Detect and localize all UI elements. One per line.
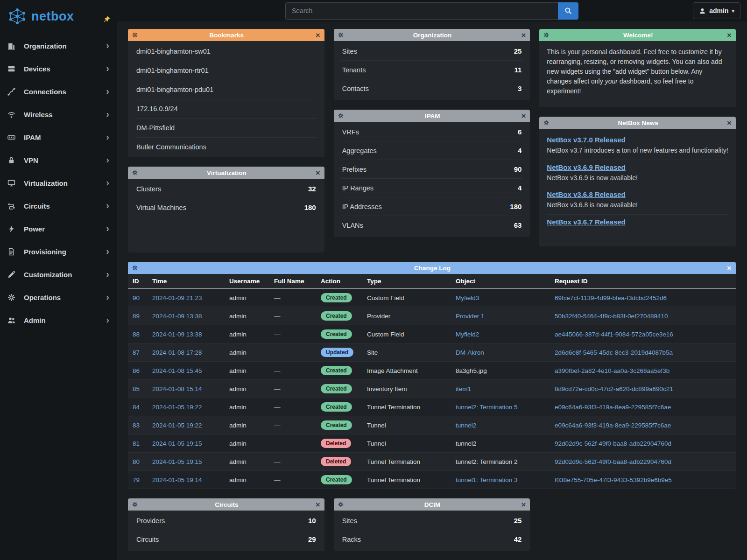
changelog-request-id-link[interactable]: 92d02d9c-562f-49f0-baa8-adb22904760d (555, 440, 671, 447)
changelog-time-link[interactable]: 2024-01-05 19:15 (152, 458, 202, 465)
changelog-id-link[interactable]: 89 (133, 313, 140, 320)
netbox-news-widget: NetBox News × NetBox v3.7.0 ReleasedNetB… (539, 117, 736, 246)
search-input[interactable] (285, 2, 558, 20)
changelog-request-id-link[interactable]: 8d9cd72e-cd0c-47c2-a620-dc899a690c21 (555, 385, 673, 392)
sidebar-item-organization[interactable]: Organization› (0, 35, 117, 57)
changelog-id-link[interactable]: 80 (133, 458, 140, 465)
bookmark-link[interactable]: dmi01-binghamton-rtr01 (135, 61, 317, 80)
changelog-time-link[interactable]: 2024-01-05 19:14 (152, 476, 202, 483)
changelog-id-link[interactable]: 85 (133, 385, 140, 392)
sidebar-item-customization[interactable]: Customization› (0, 263, 117, 286)
bookmark-link[interactable]: Butler Communications (135, 138, 317, 156)
changelog-request-id-link[interactable]: a390fbef-2a82-4e10-aa0a-3c268aa5ef3b (555, 367, 669, 374)
changelog-object-link[interactable]: Provider 1 (456, 313, 485, 320)
news-headline-link[interactable]: NetBox v3.6.8 Released (547, 190, 625, 198)
widget-config-icon[interactable] (132, 170, 138, 175)
widget-close-icon[interactable]: × (316, 169, 320, 177)
changelog-request-id-link[interactable]: f038e755-705e-47f3-9433-5392b9e6b9e5 (555, 476, 672, 483)
sidebar-item-label: VPN (24, 156, 38, 164)
bookmark-link[interactable]: DM-Pittsfield (135, 119, 317, 138)
widget-close-icon[interactable]: × (316, 501, 320, 509)
widget-close-icon[interactable]: × (727, 119, 732, 127)
user-menu[interactable]: admin ▾ (693, 2, 740, 19)
changelog-object-link[interactable]: tunnel2 (456, 422, 476, 429)
changelog-id-link[interactable]: 83 (133, 422, 140, 429)
bookmark-link[interactable]: dmi01-binghamton-pdu01 (135, 80, 317, 99)
changelog-id-link[interactable]: 86 (133, 367, 140, 374)
sidebar-item-admin[interactable]: Admin› (0, 309, 117, 332)
stat-value: 180 (304, 203, 316, 211)
changelog-time-link[interactable]: 2024-01-09 13:38 (152, 313, 202, 320)
sidebar-item-wireless[interactable]: Wireless› (0, 103, 117, 126)
widget-close-icon[interactable]: × (521, 31, 526, 39)
news-headline-link[interactable]: NetBox v3.7.0 Released (547, 136, 625, 144)
widget-close-icon[interactable]: × (521, 112, 526, 120)
news-headline-link[interactable]: NetBox v3.6.7 Released (547, 218, 625, 226)
changelog-username: admin (225, 343, 269, 362)
netbox-news-widget-header: NetBox News × (539, 117, 736, 129)
widget-config-icon[interactable] (338, 113, 344, 119)
changelog-time-link[interactable]: 2024-01-08 17:28 (152, 349, 202, 356)
changelog-request-id-link[interactable]: e09c64a6-93f3-419a-8ea9-229585f7c6ae (555, 422, 671, 429)
action-badge: Created (321, 384, 352, 393)
widget-config-icon[interactable] (338, 502, 344, 507)
changelog-time-link[interactable]: 2024-01-05 19:22 (152, 404, 202, 411)
changelog-type: Site (362, 343, 451, 362)
changelog-object-link[interactable]: tunnel1: Termination 3 (456, 476, 518, 483)
changelog-object-link[interactable]: DM-Akron (456, 349, 484, 356)
sidebar-item-operations[interactable]: Operations› (0, 286, 117, 309)
changelog-id-link[interactable]: 90 (133, 294, 140, 301)
widget-config-icon[interactable] (338, 32, 344, 38)
changelog-request-id-link[interactable]: ae445066-387d-44f1-9084-572a05ce3e16 (555, 331, 673, 338)
changelog-request-id-link[interactable]: 69fce7cf-1139-4d99-bfea-f3dcbd2452d6 (555, 294, 667, 301)
brand[interactable]: netbox (0, 0, 117, 35)
changelog-time-link[interactable]: 2024-01-08 15:14 (152, 385, 202, 392)
sidebar-item-circuits[interactable]: Circuits› (0, 195, 117, 217)
widget-config-icon[interactable] (543, 120, 549, 126)
changelog-id-link[interactable]: 87 (133, 349, 140, 356)
changelog-request-id-link[interactable]: e09c64a6-93f3-419a-8ea9-229585f7c6ae (555, 404, 671, 411)
sidebar-item-ipam[interactable]: IPAM› (0, 126, 117, 149)
widget-config-icon[interactable] (132, 265, 138, 271)
sidebar-pin-icon[interactable] (103, 16, 110, 25)
widget-close-icon[interactable]: × (316, 31, 320, 39)
widget-close-icon[interactable]: × (727, 264, 732, 272)
stat-value: 25 (514, 517, 522, 525)
changelog-time-link[interactable]: 2024-01-05 19:22 (152, 422, 202, 429)
dashboard-bottom-grid: Circuits × Providers10Circuits29 DCIM (128, 498, 736, 551)
sidebar-item-power[interactable]: Power› (0, 217, 117, 240)
changelog-time-link[interactable]: 2024-01-09 21:23 (152, 294, 202, 301)
changelog-time-link[interactable]: 2024-01-08 15:45 (152, 367, 202, 374)
news-headline-link[interactable]: NetBox v3.6.9 Released (547, 163, 625, 171)
widget-config-icon[interactable] (132, 32, 138, 38)
changelog-request-id-link[interactable]: 50b32f40-5464-4f9c-b83f-0ef270489410 (555, 313, 668, 320)
widget-close-icon[interactable]: × (521, 501, 526, 509)
circuits-widget: Circuits × Providers10Circuits29 (128, 498, 324, 551)
sidebar-item-vpn[interactable]: VPN› (0, 149, 117, 172)
sidebar-item-provisioning[interactable]: Provisioning› (0, 240, 117, 263)
changelog-object-link[interactable]: Myfield3 (456, 294, 479, 301)
bookmark-link[interactable]: dmi01-binghamton-sw01 (135, 42, 317, 61)
changelog-time-link[interactable]: 2024-01-09 13:38 (152, 331, 202, 338)
changelog-object-link[interactable]: tunnel2: Termination 5 (456, 404, 518, 411)
changelog-object-link[interactable]: item1 (456, 385, 471, 392)
sidebar-item-connections[interactable]: Connections› (0, 80, 117, 103)
changelog-row: 812024-01-05 19:15admin—DeletedTunneltun… (128, 434, 736, 453)
widget-config-icon[interactable] (132, 502, 138, 507)
changelog-request-id-link[interactable]: 2d6d6e8f-5465-45dc-8ec3-2019d4087b5a (555, 349, 673, 356)
bookmark-link[interactable]: 172.16.0.9/24 (135, 99, 317, 119)
chevron-right-icon: › (106, 246, 109, 257)
changelog-id-link[interactable]: 79 (133, 476, 140, 483)
changelog-id-link[interactable]: 84 (133, 404, 140, 411)
changelog-id-link[interactable]: 88 (133, 331, 140, 338)
widget-title: Organization (346, 32, 519, 39)
widget-close-icon[interactable]: × (727, 31, 732, 39)
sidebar-item-virtualization[interactable]: Virtualization› (0, 172, 117, 195)
changelog-object-link[interactable]: Myfield2 (456, 331, 479, 338)
changelog-request-id-link[interactable]: 92d02d9c-562f-49f0-baa8-adb22904760d (555, 458, 671, 465)
search-button[interactable] (558, 2, 578, 20)
sidebar-item-devices[interactable]: Devices› (0, 57, 117, 80)
changelog-id-link[interactable]: 81 (133, 440, 140, 447)
widget-config-icon[interactable] (543, 32, 549, 38)
changelog-time-link[interactable]: 2024-01-05 19:15 (152, 440, 202, 447)
